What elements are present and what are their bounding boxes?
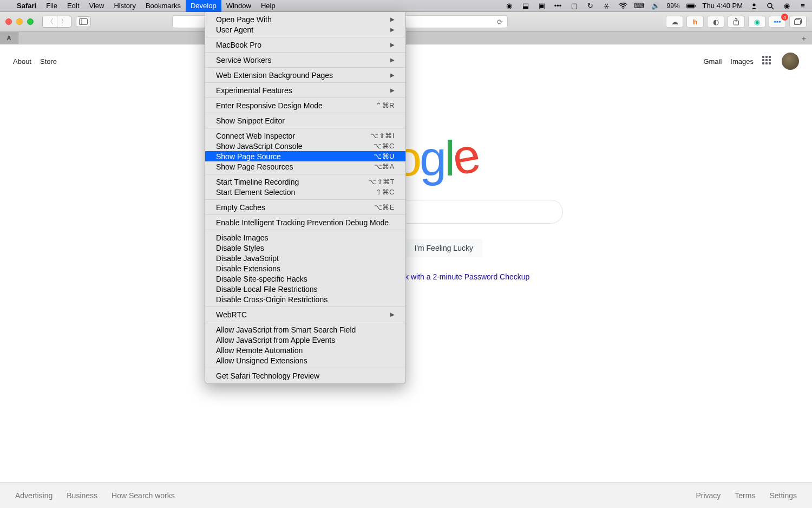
menubar-app-name[interactable]: Safari bbox=[12, 0, 41, 12]
menubar-help[interactable]: Help bbox=[256, 0, 280, 12]
menu-item-webrtc[interactable]: WebRTC▶ bbox=[205, 309, 405, 320]
menu-item-show-snippet-editor[interactable]: Show Snippet Editor bbox=[205, 115, 405, 126]
bluetooth-icon[interactable]: ⚹ bbox=[602, 2, 612, 10]
menu-item-disable-extensions[interactable]: Disable Extensions bbox=[205, 263, 405, 273]
menu-item-macbook-pro[interactable]: MacBook Pro▶ bbox=[205, 40, 405, 50]
screen-record-icon[interactable]: ◉ bbox=[505, 2, 514, 10]
forward-button[interactable]: 〉 bbox=[57, 16, 71, 27]
menubar-file[interactable]: File bbox=[41, 0, 62, 12]
menu-item-web-extension-background-pages[interactable]: Web Extension Background Pages▶ bbox=[205, 70, 405, 80]
menu-item-allow-javascript-from-smart-search-field[interactable]: Allow JavaScript from Smart Search Field bbox=[205, 324, 405, 335]
menu-item-show-page-source[interactable]: Show Page Source⌥⌘U bbox=[205, 151, 405, 161]
menu-item-label: Allow Remote Automation bbox=[216, 346, 303, 355]
menu-item-empty-caches[interactable]: Empty Caches⌥⌘E bbox=[205, 202, 405, 212]
menu-item-allow-remote-automation[interactable]: Allow Remote Automation bbox=[205, 345, 405, 355]
menu-item-allow-javascript-from-apple-events[interactable]: Allow JavaScript from Apple Events bbox=[205, 335, 405, 345]
menu-item-start-element-selection[interactable]: Start Element Selection⇧⌘C bbox=[205, 187, 405, 197]
sidebar-toggle-button[interactable] bbox=[76, 16, 91, 27]
honey-ext-icon[interactable]: h bbox=[686, 16, 704, 28]
spotlight-icon[interactable] bbox=[765, 2, 775, 10]
google-about-link[interactable]: About bbox=[13, 57, 31, 66]
menubar-bookmarks[interactable]: Bookmarks bbox=[141, 0, 186, 12]
menu-item-allow-unsigned-extensions[interactable]: Allow Unsigned Extensions bbox=[205, 355, 405, 366]
reload-icon[interactable]: ⟳ bbox=[497, 18, 503, 26]
menubar-history[interactable]: History bbox=[109, 0, 140, 12]
maximize-window-button[interactable] bbox=[27, 18, 34, 25]
menu-item-label: Disable Styles bbox=[216, 244, 264, 252]
google-images-link[interactable]: Images bbox=[730, 57, 754, 66]
menu-item-disable-images[interactable]: Disable Images bbox=[205, 232, 405, 243]
back-button[interactable]: 〈 bbox=[43, 16, 57, 27]
password-ext-icon[interactable]: ••• 4 bbox=[769, 16, 786, 28]
close-window-button[interactable] bbox=[5, 18, 12, 25]
tabs-overview-icon[interactable] bbox=[789, 16, 807, 28]
menu-item-label: Show Snippet Editor bbox=[216, 116, 285, 125]
menu-item-disable-styles[interactable]: Disable Styles bbox=[205, 243, 405, 253]
display-icon[interactable]: ▣ bbox=[537, 2, 547, 10]
menu-item-show-javascript-console[interactable]: Show JavaScript Console⌥⌘C bbox=[205, 141, 405, 151]
more-dots-icon[interactable]: ••• bbox=[553, 2, 563, 10]
menu-item-label: Disable Extensions bbox=[216, 264, 280, 273]
google-gmail-link[interactable]: Gmail bbox=[703, 57, 722, 66]
tab-bar: A + bbox=[0, 32, 812, 44]
submenu-arrow-icon: ▶ bbox=[390, 87, 395, 93]
menu-item-label: Disable Images bbox=[216, 233, 269, 242]
grammarly-ext-icon[interactable]: ◉ bbox=[748, 16, 765, 28]
menu-item-disable-site-specific-hacks[interactable]: Disable Site-specific Hacks bbox=[205, 273, 405, 284]
menubar-clock[interactable]: Thu 4:40 PM bbox=[703, 2, 743, 10]
google-apps-icon[interactable] bbox=[762, 56, 773, 67]
minimize-window-button[interactable] bbox=[16, 18, 23, 25]
menu-item-show-page-resources[interactable]: Show Page Resources⌥⌘A bbox=[205, 161, 405, 172]
menu-item-label: Show JavaScript Console bbox=[216, 142, 303, 151]
menu-item-disable-javascript[interactable]: Disable JavaScript bbox=[205, 253, 405, 263]
menu-separator bbox=[205, 37, 405, 37]
tab-indicator[interactable]: A bbox=[0, 32, 18, 44]
menubar-window[interactable]: Window bbox=[221, 0, 256, 12]
google-store-link[interactable]: Store bbox=[40, 57, 57, 66]
footer-business-link[interactable]: Business bbox=[67, 491, 97, 500]
menubar-view[interactable]: View bbox=[84, 0, 109, 12]
siri-icon[interactable]: ◉ bbox=[782, 2, 791, 10]
menu-item-disable-cross-origin-restrictions[interactable]: Disable Cross-Origin Restrictions bbox=[205, 294, 405, 304]
menu-item-start-timeline-recording[interactable]: Start Timeline Recording⌥⇧⌘T bbox=[205, 177, 405, 187]
timemachine-icon[interactable]: ↻ bbox=[586, 2, 595, 10]
reader-ext-icon[interactable]: ◐ bbox=[707, 16, 724, 28]
menu-item-open-page-with[interactable]: Open Page With▶ bbox=[205, 12, 405, 24]
footer-advertising-link[interactable]: Advertising bbox=[15, 491, 53, 500]
menu-item-connect-web-inspector[interactable]: Connect Web Inspector⌥⇧⌘I bbox=[205, 131, 405, 141]
notification-center-icon[interactable]: ≡ bbox=[798, 2, 808, 10]
menu-item-service-workers[interactable]: Service Workers▶ bbox=[205, 55, 405, 65]
menubar-develop[interactable]: Develop bbox=[186, 0, 221, 12]
airplay-icon[interactable]: ▢ bbox=[569, 2, 579, 10]
volume-icon[interactable]: 🔊 bbox=[651, 2, 660, 10]
footer-privacy-link[interactable]: Privacy bbox=[696, 491, 721, 500]
battery-icon[interactable] bbox=[686, 3, 696, 9]
menu-item-enable-intelligent-tracking-prevention-debug-mode[interactable]: Enable Intelligent Tracking Prevention D… bbox=[205, 217, 405, 227]
menu-item-experimental-features[interactable]: Experimental Features▶ bbox=[205, 85, 405, 95]
footer-howsearch-link[interactable]: How Search works bbox=[112, 491, 175, 500]
footer-terms-link[interactable]: Terms bbox=[735, 491, 755, 500]
menu-item-shortcut: ⌥⌘A bbox=[374, 162, 395, 171]
toolbar-extensions: ☁ h ◐ ◉ ••• 4 bbox=[666, 16, 807, 28]
user-icon[interactable] bbox=[749, 2, 759, 10]
battery-percentage[interactable]: 99% bbox=[667, 2, 680, 10]
dropbox-icon[interactable]: ⬓ bbox=[521, 2, 531, 10]
menubar-edit[interactable]: Edit bbox=[62, 0, 84, 12]
menu-item-get-safari-technology-preview[interactable]: Get Safari Technology Preview bbox=[205, 370, 405, 383]
share-icon[interactable] bbox=[728, 16, 745, 28]
wifi-icon[interactable] bbox=[618, 3, 628, 9]
menu-item-user-agent[interactable]: User Agent▶ bbox=[205, 24, 405, 35]
menu-item-disable-local-file-restrictions[interactable]: Disable Local File Restrictions bbox=[205, 284, 405, 294]
menu-item-enter-responsive-design-mode[interactable]: Enter Responsive Design Mode⌃⌘R bbox=[205, 100, 405, 110]
menu-item-label: Disable Local File Restrictions bbox=[216, 285, 318, 294]
menu-item-shortcut: ⌥⌘U bbox=[374, 152, 395, 160]
keyboard-input-icon[interactable]: ⌨ bbox=[634, 2, 644, 10]
feeling-lucky-button[interactable]: I'm Feeling Lucky bbox=[405, 239, 482, 257]
menu-item-label: Show Page Source bbox=[216, 152, 281, 161]
google-account-avatar[interactable] bbox=[782, 53, 799, 70]
cloud-ext-icon[interactable]: ☁ bbox=[666, 16, 683, 28]
menu-item-label: Allow Unsigned Extensions bbox=[216, 356, 307, 365]
macos-menubar: Safari File Edit View History Bookmarks … bbox=[0, 0, 812, 12]
footer-settings-link[interactable]: Settings bbox=[769, 491, 797, 500]
new-tab-button[interactable]: + bbox=[796, 32, 812, 44]
